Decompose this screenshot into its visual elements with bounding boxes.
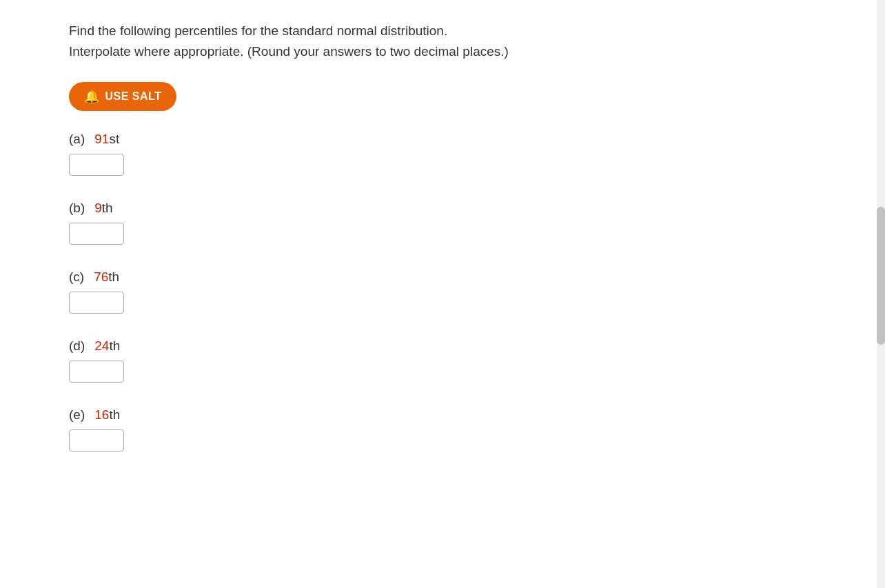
- question-label-e: (e)16th: [69, 407, 830, 423]
- question-label-b: (b)9th: [69, 201, 830, 216]
- scrollbar[interactable]: [877, 0, 885, 504]
- question-letter-a: (a): [69, 132, 85, 147]
- question-letter-d: (d): [69, 338, 85, 354]
- percentile-number-e: 16: [94, 407, 109, 422]
- salt-icon: 🔔: [84, 89, 100, 104]
- answer-input-a[interactable]: [69, 154, 124, 176]
- questions-container: (a)91st(b)9th(c)76th(d)24th(e)16th: [69, 132, 830, 452]
- question-letter-c: (c): [69, 270, 84, 285]
- answer-input-c[interactable]: [69, 292, 124, 314]
- question-group-e: (e)16th: [69, 407, 830, 452]
- percentile-suffix-e: th: [109, 407, 120, 422]
- instruction-line1: Find the following percentiles for the s…: [69, 21, 830, 41]
- percentile-text-e: 16th: [94, 407, 120, 423]
- percentile-suffix-d: th: [109, 338, 120, 353]
- question-label-c: (c)76th: [69, 270, 830, 285]
- percentile-text-b: 9th: [94, 201, 112, 216]
- percentile-number-b: 9: [94, 201, 102, 215]
- question-label-d: (d)24th: [69, 338, 830, 354]
- percentile-text-c: 76th: [94, 270, 119, 285]
- percentile-number-d: 24: [94, 338, 109, 353]
- question-letter-e: (e): [69, 407, 85, 423]
- percentile-text-d: 24th: [94, 338, 120, 354]
- instructions-block: Find the following percentiles for the s…: [69, 21, 830, 63]
- percentile-text-a: 91st: [94, 132, 119, 147]
- scrollbar-thumb[interactable]: [877, 207, 885, 345]
- answer-input-d[interactable]: [69, 361, 124, 383]
- answer-input-e[interactable]: [69, 429, 124, 452]
- use-salt-button[interactable]: 🔔 USE SALT: [69, 82, 176, 111]
- percentile-number-c: 76: [94, 270, 108, 284]
- percentile-suffix-b: th: [102, 201, 113, 215]
- question-group-b: (b)9th: [69, 201, 830, 245]
- question-group-d: (d)24th: [69, 338, 830, 383]
- instruction-line2: Interpolate where appropriate. (Round yo…: [69, 41, 830, 62]
- question-letter-b: (b): [69, 201, 85, 216]
- question-label-a: (a)91st: [69, 132, 830, 147]
- question-group-a: (a)91st: [69, 132, 830, 176]
- percentile-number-a: 91: [94, 132, 109, 146]
- question-group-c: (c)76th: [69, 270, 830, 314]
- page-container: Find the following percentiles for the s…: [0, 0, 885, 504]
- percentile-suffix-c: th: [108, 270, 119, 284]
- answer-input-b[interactable]: [69, 223, 124, 245]
- percentile-suffix-a: st: [109, 132, 119, 146]
- use-salt-label: USE SALT: [105, 90, 162, 103]
